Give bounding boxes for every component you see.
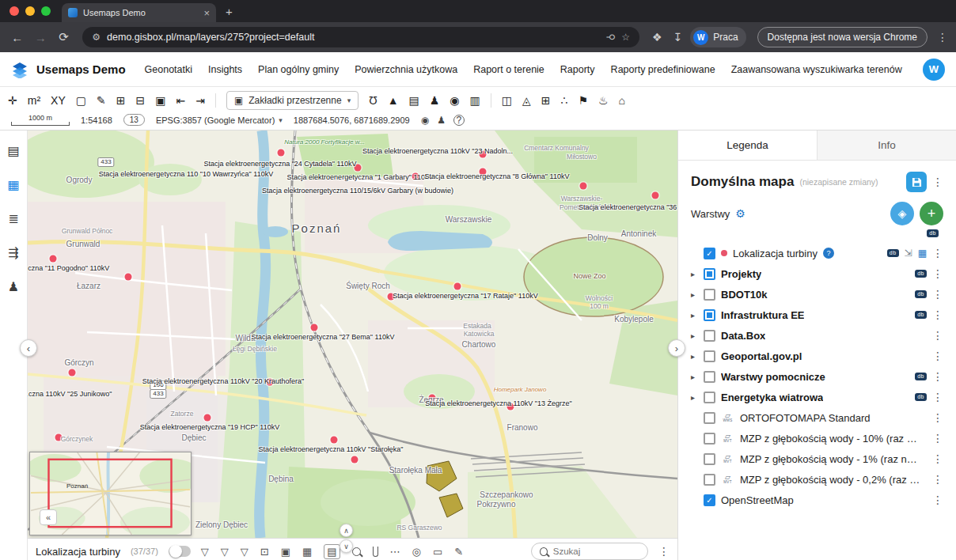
help-icon[interactable]: ? <box>453 115 465 126</box>
feature-search-input[interactable] <box>553 547 639 556</box>
station-marker[interactable] <box>50 255 57 263</box>
vertices-tool-icon[interactable]: ∴ <box>560 95 567 106</box>
back-button[interactable]: ← <box>8 31 26 44</box>
sidebar-analysis-icon[interactable]: ⇶ <box>8 245 18 260</box>
layer-menu-icon[interactable]: ⋮ <box>932 494 943 506</box>
sidebar-map-icon[interactable]: ▦ <box>7 177 19 192</box>
forward-button[interactable]: → <box>31 31 49 44</box>
edit-feature-icon[interactable]: ✎ <box>454 547 463 557</box>
expand-arrow-icon[interactable]: ▸ <box>691 270 698 278</box>
layer-checkbox[interactable] <box>704 330 715 342</box>
zoom-out-tool-icon[interactable]: ⊟ <box>135 95 145 106</box>
station-marker[interactable] <box>69 369 76 376</box>
filter-icon[interactable]: ▽ <box>201 547 209 557</box>
station-marker[interactable] <box>454 283 461 290</box>
downloads-icon[interactable]: ↧ <box>673 31 682 44</box>
frame-select-icon[interactable]: ▭ <box>433 547 442 557</box>
tab-close-icon[interactable]: × <box>203 7 210 19</box>
browser-menu-icon[interactable]: ⋮ <box>937 31 948 44</box>
sidebar-admin-icon[interactable]: ♟ <box>8 279 19 294</box>
station-marker[interactable] <box>278 149 285 157</box>
nav-item-plan-ogólny-gminy[interactable]: Plan ogólny gminy <box>258 64 339 75</box>
layer-row[interactable]: ✓Lokalizacja turbiny?db⇲▦⋮ <box>691 243 943 263</box>
gps-icon[interactable]: ◉ <box>450 95 459 106</box>
location-pin-icon[interactable]: ⚑ <box>578 95 588 106</box>
search-feature-icon[interactable] <box>352 547 361 556</box>
layer-menu-icon[interactable]: ⋮ <box>932 411 943 424</box>
draw-tool-icon[interactable]: ✎ <box>97 95 106 106</box>
layer-row[interactable]: ▱WMSORTOFOTOMAPA Standard⋮ <box>691 407 943 428</box>
nav-item-zaawansowana-wyszukiwarka-terenów[interactable]: Zaawansowana wyszukiwarka terenów <box>731 64 902 75</box>
user-avatar[interactable]: W <box>923 59 945 81</box>
overview-map[interactable]: Poznań « <box>29 452 192 535</box>
password-key-icon[interactable]: ⚲ <box>606 34 617 41</box>
layer-visibility-toggle[interactable] <box>169 546 191 557</box>
attribute-table-icon[interactable]: ▦ <box>918 248 927 259</box>
projection-dropdown[interactable]: EPSG:3857 (Google Mercator) ▾ <box>156 115 283 125</box>
layer-help-icon[interactable]: ? <box>823 248 834 259</box>
layer-checkbox[interactable] <box>704 474 715 486</box>
station-marker[interactable] <box>351 456 358 464</box>
collapse-down-button[interactable]: ∨ <box>340 539 353 553</box>
geolocate-icon[interactable]: ◎ <box>412 547 421 557</box>
full-extent-icon[interactable]: ▣ <box>155 95 165 106</box>
reload-button[interactable]: ⟳ <box>55 30 73 44</box>
layer-menu-icon[interactable]: ⋮ <box>932 452 943 465</box>
layer-checkbox[interactable] <box>704 412 715 424</box>
next-view-icon[interactable]: ⇥ <box>195 95 205 106</box>
coordinates-tool-icon[interactable]: XY <box>51 95 66 106</box>
expand-arrow-icon[interactable]: ▸ <box>691 311 698 320</box>
select-box-icon[interactable]: ⊡ <box>260 547 269 557</box>
layer-checkbox[interactable] <box>704 433 715 445</box>
nav-item-raport-o-terenie[interactable]: Raport o terenie <box>473 64 544 75</box>
street-view-icon[interactable]: ♟ <box>430 95 440 106</box>
layer-menu-icon[interactable]: ⋮ <box>932 267 943 280</box>
nav-item-insights[interactable]: Insights <box>208 64 242 75</box>
attachment-icon[interactable] <box>373 547 378 557</box>
bookmark-star-icon[interactable]: ☆ <box>621 32 630 43</box>
zoom-window-button[interactable] <box>41 6 51 16</box>
table-add-icon[interactable]: ⊞ <box>541 95 551 106</box>
layer-checkbox[interactable] <box>704 350 715 362</box>
collapse-right-panel-button[interactable]: › <box>668 339 685 357</box>
layer-menu-icon[interactable]: ⋮ <box>932 432 943 445</box>
layer-row[interactable]: ▱MVTMZP z głębokością wody - 1% (raz na … <box>691 448 943 469</box>
chart-icon[interactable]: ▥ <box>470 95 480 106</box>
layer-checkbox[interactable]: ✓ <box>704 494 715 506</box>
map-menu-icon[interactable]: ⋮ <box>932 176 943 188</box>
layer-checkbox[interactable] <box>704 289 715 301</box>
layer-checkbox[interactable] <box>704 309 715 321</box>
heat-analysis-icon[interactable]: ♨ <box>598 95 609 106</box>
layer-menu-icon[interactable]: ⋮ <box>932 370 943 383</box>
layer-row[interactable]: ▸BDOT10kdb⋮ <box>691 284 943 305</box>
notes-icon[interactable]: ▤ <box>324 544 340 559</box>
zoom-in-tool-icon[interactable]: ⊞ <box>116 95 126 106</box>
manage-layers-button[interactable]: ◈ <box>890 202 914 225</box>
zoom-to-layer-icon[interactable]: ⇲ <box>905 248 912 259</box>
layer-row[interactable]: ✓OpenStreetMap⋮ <box>691 490 943 510</box>
layer-menu-icon[interactable]: ⋮ <box>932 247 943 259</box>
print-icon[interactable]: ▤ <box>408 95 419 106</box>
layer-row[interactable]: ▸Data.Box⋮ <box>691 325 943 346</box>
layer-menu-icon[interactable]: ⋮ <box>932 308 943 321</box>
layer-row[interactable]: ▸Projektydb⋮ <box>691 263 943 284</box>
minimap-collapse-icon[interactable]: « <box>40 509 57 525</box>
filter-active-icon[interactable]: ▽ <box>221 547 229 557</box>
site-settings-icon[interactable]: ⚙ <box>92 32 101 43</box>
station-marker[interactable] <box>580 183 587 190</box>
image-search-icon[interactable]: ◫ <box>502 95 512 106</box>
previous-view-icon[interactable]: ⇤ <box>176 95 185 106</box>
spatial-bookmarks-dropdown[interactable]: ▣ Zakładki przestrzenne ▾ <box>226 91 358 110</box>
area-search-icon[interactable]: ◬ <box>522 95 531 106</box>
extensions-icon[interactable]: ❖ <box>652 31 662 44</box>
expand-arrow-icon[interactable]: ▸ <box>691 373 698 381</box>
layer-checkbox[interactable] <box>704 268 715 280</box>
sidebar-legend-icon[interactable]: ≣ <box>8 211 18 226</box>
filter-clear-icon[interactable]: ▽ <box>241 547 248 557</box>
nav-item-raporty[interactable]: Raporty <box>560 64 595 75</box>
chrome-update-button[interactable]: Dostępna jest nowa wersja Chrome <box>757 27 928 47</box>
pegman-icon[interactable]: ♟ <box>437 115 446 125</box>
layer-menu-icon[interactable]: ⋮ <box>932 350 943 362</box>
nav-item-powierzchnia-użytkowa[interactable]: Powierzchnia użytkowa <box>355 64 457 75</box>
sidebar-documents-icon[interactable]: ▤ <box>7 143 19 158</box>
